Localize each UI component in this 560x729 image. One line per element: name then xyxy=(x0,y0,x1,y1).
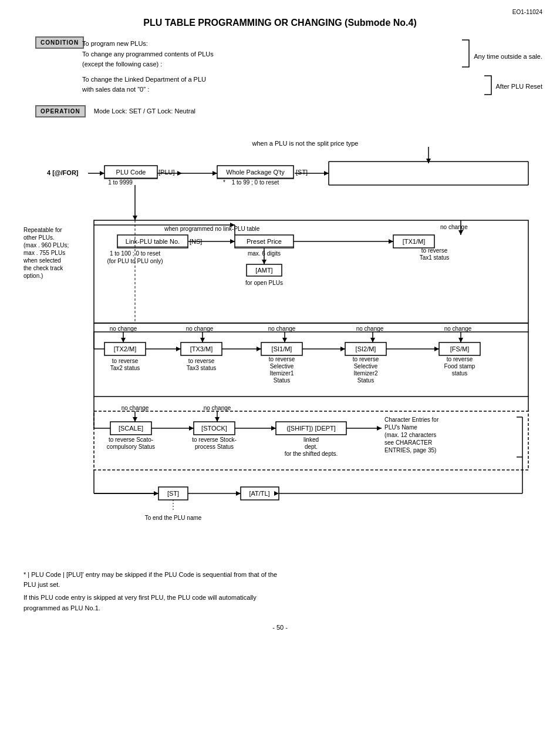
shift-sub2: dept. xyxy=(305,444,318,450)
footnote-star: * | PLU Code | [PLU]' entry may be skipp… xyxy=(23,570,542,590)
no-change-r1: no change xyxy=(440,224,468,230)
plu-range: 1 to 9999 xyxy=(108,179,133,186)
condition-line3: (except the following case) : xyxy=(82,59,461,70)
svg-marker-3 xyxy=(100,171,104,176)
scale-sub1: to reverse Scato- xyxy=(109,436,153,443)
svg-marker-50 xyxy=(257,347,261,351)
page-number: - 50 - xyxy=(18,624,542,631)
condition-line4: To change the Linked Department of a PLU xyxy=(82,75,483,85)
stock-sub1: to reverse Stock- xyxy=(192,436,237,443)
preset-price-label: Preset Price xyxy=(247,238,282,245)
si2-sub4: Status xyxy=(357,377,374,384)
svg-marker-44 xyxy=(458,338,463,342)
tx2-sub1: to reverse xyxy=(112,358,139,364)
si2-sub2: Selective xyxy=(354,363,378,369)
no-change-tx3: no change xyxy=(186,325,214,332)
svg-marker-76 xyxy=(377,426,382,431)
svg-marker-47 xyxy=(176,347,181,351)
condition-line2: To change any programmed contents of PLU… xyxy=(82,49,461,60)
tx3m-label: [TX3/M] xyxy=(190,345,213,352)
si2-sub3: Itemizer2 xyxy=(353,370,378,377)
shift-sub1: linked xyxy=(303,436,319,443)
for-label: 4 [@/FOR] xyxy=(47,169,79,176)
svg-marker-42 xyxy=(370,338,375,342)
char-entry-line3: (max. 12 characters xyxy=(384,432,436,438)
svg-marker-89 xyxy=(236,491,241,496)
qty-range: 1 to 99 ; 0 to reset xyxy=(232,179,279,186)
whole-package-label: Whole Package Q'ty xyxy=(226,169,285,176)
svg-marker-56 xyxy=(434,347,439,351)
shift-dept-label: ([SHIFT]) [DEPT] xyxy=(286,425,336,432)
condition-right2: After PLU Reset xyxy=(496,83,542,90)
fs-sub3: status xyxy=(452,370,468,377)
svg-marker-21 xyxy=(230,239,235,244)
no-change-fs: no change xyxy=(444,325,472,332)
char-entry-line1: Character Entries for xyxy=(384,416,439,423)
svg-marker-17 xyxy=(133,216,137,220)
si1-sub3: Itemizer1 xyxy=(269,370,294,377)
fs-sub2: Food stamp xyxy=(444,363,475,369)
tx3-sub1: to reverse xyxy=(188,358,215,364)
svg-marker-38 xyxy=(200,338,205,342)
condition-line5: with sales data not "0" : xyxy=(82,85,483,95)
amt-sub: for open PLUs xyxy=(245,280,283,286)
svg-marker-73 xyxy=(271,426,276,431)
svg-marker-11 xyxy=(324,171,329,176)
svg-marker-29 xyxy=(262,260,266,264)
repeatable-line6: the check track xyxy=(23,265,63,271)
tx3-sub2: Tax3 status xyxy=(187,365,217,371)
no-change-si1: no change xyxy=(268,325,296,332)
footnote-note2: If this PLU code entry is skipped at ver… xyxy=(23,593,542,613)
repeatable-line5: when selected xyxy=(23,257,61,264)
svg-marker-36 xyxy=(121,338,126,342)
tx2-sub2: Tax2 status xyxy=(110,365,140,371)
svg-marker-93 xyxy=(274,491,279,496)
svg-marker-40 xyxy=(282,338,287,342)
plu-key: [PLU] xyxy=(158,169,175,176)
end-plu-name: To end the PLU name xyxy=(145,515,202,521)
fs-sub1: to reverse xyxy=(447,356,473,362)
svg-marker-27 xyxy=(458,230,463,235)
stock-sub2: process Status xyxy=(195,444,234,450)
si1-sub2: Selective xyxy=(270,363,294,369)
si2m-label: [SI2/M] xyxy=(356,345,376,352)
repeatable-line7: option.) xyxy=(23,273,43,279)
plu-asterisk: * xyxy=(223,179,225,186)
tx2m-label: [TX2/M] xyxy=(114,345,137,352)
amt-label: [AMT] xyxy=(255,267,272,274)
svg-marker-70 xyxy=(189,426,194,431)
condition-line1: To program new PLUs: xyxy=(82,39,461,49)
stock-label: [STOCK] xyxy=(201,425,227,432)
svg-marker-67 xyxy=(215,417,220,422)
shift-sub3: for the shifted depts. xyxy=(285,451,338,457)
fsm-label: [FS/M] xyxy=(450,345,469,352)
si1m-label: [SI1/M] xyxy=(272,345,292,352)
svg-rect-18 xyxy=(94,220,528,323)
tx1-sub1: to reverse xyxy=(421,247,448,254)
si2-sub1: to reverse xyxy=(353,356,379,362)
operation-text: Mode Lock: SET / GT Lock: Neutral xyxy=(94,107,195,115)
no-change-si2: no change xyxy=(356,325,384,332)
attl-label: [AT/TL] xyxy=(249,490,269,497)
no-change-scale: no change xyxy=(122,405,149,411)
link-plu-label: Link-PLU table No. xyxy=(126,238,180,245)
split-type-label: when a PLU is not the split price type xyxy=(252,140,359,147)
svg-marker-53 xyxy=(340,347,345,351)
svg-marker-65 xyxy=(133,417,137,422)
svg-marker-6 xyxy=(177,171,182,176)
tx1-sub2: Tax1 status xyxy=(420,254,450,261)
page-ref: EO1-11024 xyxy=(512,9,542,15)
footnotes: * | PLU Code | [PLU]' entry may be skipp… xyxy=(23,570,542,613)
char-entry-line2: PLU's Name xyxy=(384,424,417,431)
char-entry-line5: ENTRIES, page 35) xyxy=(384,447,436,453)
page-title: PLU TABLE PROGRAMMING OR CHANGING (Submo… xyxy=(18,18,542,28)
repeatable-line2: other PLUs. xyxy=(23,234,55,241)
when-no-link: when programmed no link-PLU table xyxy=(164,226,260,232)
si1-sub4: Status xyxy=(274,377,290,384)
svg-marker-8 xyxy=(212,171,217,176)
no-change-tx2: no change xyxy=(110,325,137,332)
programming-diagram: when a PLU is not the split price type 4… xyxy=(18,129,546,559)
condition-right1: Any time outside a sale. xyxy=(474,53,542,60)
operation-label-box: OPERATION xyxy=(35,105,86,117)
scale-sub2: compulsory Status xyxy=(107,444,155,450)
